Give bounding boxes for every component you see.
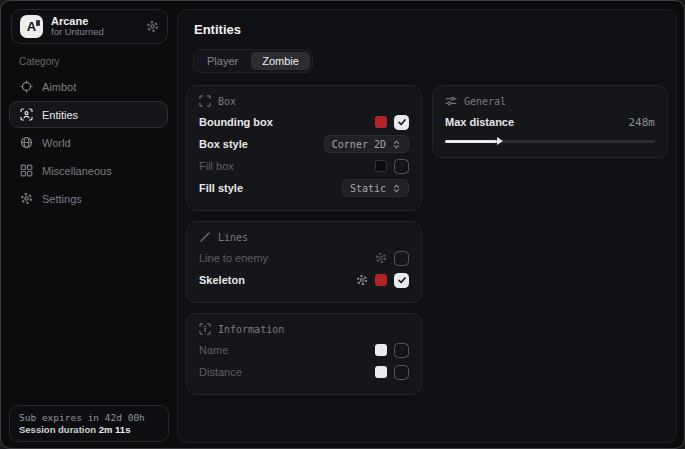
- chevrons-up-down-icon: [392, 183, 401, 194]
- gear-icon[interactable]: [356, 274, 368, 286]
- tab-bar: Player Zombie: [193, 49, 313, 73]
- max-distance-fill: [445, 140, 497, 143]
- max-distance-value: 248m: [629, 116, 656, 129]
- select-value: Static: [350, 183, 386, 194]
- lines-card: Lines Line to enemy: [186, 221, 422, 303]
- setting-label: Skeleton: [199, 274, 245, 286]
- scan-brackets-icon: [199, 95, 211, 107]
- sidebar-item-label: Miscellaneous: [42, 165, 112, 177]
- sidebar-item-label: Settings: [42, 193, 82, 205]
- scan-info-icon: [199, 323, 211, 335]
- box-style-select[interactable]: Corner 2D: [324, 135, 409, 153]
- setting-label: Distance: [199, 366, 242, 378]
- card-title: General: [464, 96, 506, 107]
- setting-row-distance: Distance: [199, 361, 409, 383]
- card-title: Information: [218, 324, 284, 335]
- setting-row-fill-style: Fill style Static: [199, 177, 409, 199]
- checkbox-checked[interactable]: [394, 115, 409, 130]
- max-distance-slider[interactable]: [445, 136, 655, 146]
- sidebar-item-label: Aimbot: [42, 81, 76, 93]
- sub-expiry-text: Sub expires in 42d 00h: [19, 412, 159, 423]
- sidebar-item-label: World: [42, 137, 71, 149]
- checkbox-unchecked[interactable]: [394, 251, 409, 266]
- color-swatch[interactable]: [375, 160, 387, 172]
- category-label: Category: [19, 56, 60, 67]
- gear-icon: [20, 192, 33, 205]
- sliders-icon: [445, 95, 457, 107]
- app-window: A Arcane for Unturned Category: [0, 0, 685, 449]
- card-title: Lines: [218, 232, 248, 243]
- scan-person-icon: [20, 108, 33, 121]
- right-column: General Max distance 248m: [432, 85, 668, 158]
- fill-style-select[interactable]: Static: [342, 179, 409, 197]
- cards-area: Box Bounding box Box style: [186, 85, 668, 395]
- app-logo: A: [20, 15, 43, 38]
- sidebar: A Arcane for Unturned Category: [1, 1, 176, 448]
- checkbox-unchecked[interactable]: [394, 365, 409, 380]
- subscription-card: Sub expires in 42d 00h Session duration …: [9, 405, 169, 442]
- setting-row-bounding-box: Bounding box: [199, 111, 409, 133]
- setting-label: Name: [199, 344, 228, 356]
- color-swatch[interactable]: [375, 116, 387, 128]
- left-column: Box Bounding box Box style: [186, 85, 422, 395]
- setting-label: Bounding box: [199, 116, 273, 128]
- gear-icon[interactable]: [146, 20, 159, 33]
- color-swatch[interactable]: [375, 344, 387, 356]
- checkbox-unchecked[interactable]: [394, 159, 409, 174]
- color-swatch[interactable]: [375, 366, 387, 378]
- crosshair-icon: [20, 80, 33, 93]
- chevrons-up-down-icon: [392, 139, 401, 150]
- setting-row-max-distance: Max distance 248m: [445, 111, 655, 133]
- setting-label: Fill style: [199, 182, 243, 194]
- setting-label: Line to enemy: [199, 252, 268, 264]
- sidebar-item-aimbot[interactable]: Aimbot: [9, 73, 168, 100]
- checkbox-unchecked[interactable]: [394, 343, 409, 358]
- box-card: Box Bounding box Box style: [186, 85, 422, 211]
- session-duration-text: Session duration 2m 11s: [19, 424, 159, 435]
- setting-row-line-to-enemy: Line to enemy: [199, 247, 409, 269]
- page-title: Entities: [194, 22, 668, 37]
- setting-label: Fill box: [199, 160, 234, 172]
- globe-icon: [20, 136, 33, 149]
- sidebar-item-entities[interactable]: Entities: [9, 101, 168, 128]
- setting-label: Box style: [199, 138, 248, 150]
- information-card: Information Name Distance: [186, 313, 422, 395]
- gear-icon[interactable]: [375, 252, 387, 264]
- setting-row-fill-box: Fill box: [199, 155, 409, 177]
- select-value: Corner 2D: [332, 139, 386, 150]
- grid-icon: [20, 164, 33, 177]
- setting-row-skeleton: Skeleton: [199, 269, 409, 291]
- app-tagline: for Unturned: [51, 27, 138, 38]
- diagonal-line-icon: [199, 231, 211, 243]
- sidebar-nav: Aimbot Entities: [9, 73, 168, 212]
- tab-player[interactable]: Player: [196, 52, 249, 70]
- sidebar-item-world[interactable]: World: [9, 129, 168, 156]
- sidebar-item-label: Entities: [42, 109, 78, 121]
- tab-zombie[interactable]: Zombie: [251, 52, 310, 70]
- setting-row-box-style: Box style Corner 2D: [199, 133, 409, 155]
- checkbox-checked[interactable]: [394, 273, 409, 288]
- sidebar-item-miscellaneous[interactable]: Miscellaneous: [9, 157, 168, 184]
- app-header-card: A Arcane for Unturned: [11, 9, 168, 44]
- color-swatch[interactable]: [375, 274, 387, 286]
- setting-label: Max distance: [445, 116, 514, 128]
- main-panel: Entities Player Zombie Box: [177, 9, 677, 443]
- setting-row-name: Name: [199, 339, 409, 361]
- sidebar-item-settings[interactable]: Settings: [9, 185, 168, 212]
- general-card: General Max distance 248m: [432, 85, 668, 158]
- card-title: Box: [218, 96, 236, 107]
